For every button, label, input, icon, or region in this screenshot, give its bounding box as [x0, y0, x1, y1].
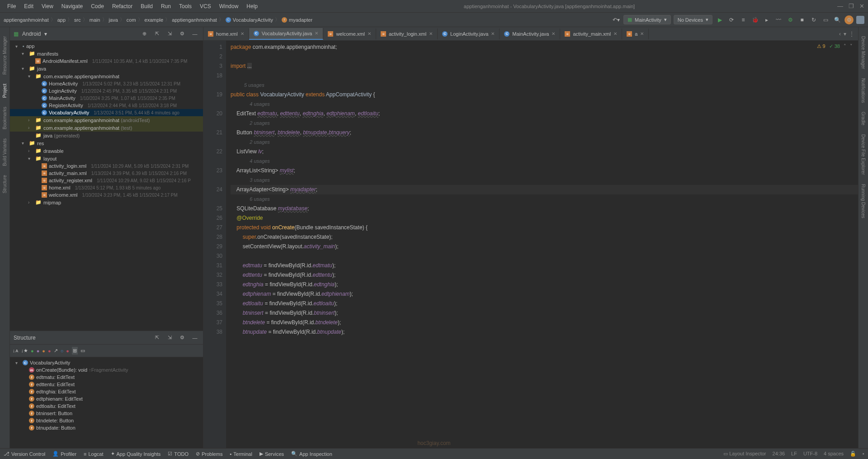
tree-item[interactable]: 📁java (generated) [10, 132, 203, 139]
close-icon[interactable]: ✕ [859, 3, 864, 9]
menu-help[interactable]: Help [243, 1, 261, 11]
sort-visibility-icon[interactable]: ↓★ [21, 348, 28, 354]
collapse-icon[interactable]: ⇲ [165, 333, 174, 342]
rail-project[interactable]: Project [2, 84, 7, 98]
prev-tab-icon[interactable]: ‹ [839, 31, 841, 37]
run-icon[interactable]: ▶ [715, 15, 724, 24]
breadcrumb-item[interactable]: apptienganhmoinhat [4, 17, 49, 23]
breadcrumb-item[interactable]: main [90, 17, 100, 23]
attach-debugger-icon[interactable]: ⚙ [786, 15, 795, 24]
tree-item[interactable]: ▾📁com.example.apptienganhmoinhat [10, 72, 203, 80]
tool-problems[interactable]: ⊘ Problems [196, 451, 222, 457]
breadcrumb-item[interactable]: src [74, 17, 81, 23]
menu-run[interactable]: Run [157, 1, 175, 11]
rail-device-explorer[interactable]: Device File Explorer [861, 134, 866, 175]
rail-gradle[interactable]: Gradle [861, 112, 866, 125]
filter-icon[interactable]: ● [37, 348, 40, 354]
menu-code[interactable]: Code [87, 1, 108, 11]
menu-window[interactable]: Window [216, 1, 242, 11]
breadcrumb-item[interactable]: apptienganhmoinhat [172, 17, 217, 23]
coverage-icon[interactable]: ▸ [762, 15, 771, 24]
rail-bookmarks[interactable]: Bookmarks [2, 107, 7, 129]
tree-item[interactable]: fedtnghia: EditText [10, 388, 203, 395]
tree-item[interactable]: CLoginActivity1/12/2024 2:45 PM, 3.35 kB… [10, 87, 203, 95]
locate-icon[interactable]: ⊕ [140, 29, 149, 38]
tree-item[interactable]: fbtnupdate: Button [10, 424, 203, 431]
tree-item[interactable]: ⧈activity_main.xml1/13/2024 3:39 PM, 6.3… [10, 170, 203, 177]
tool-terminal[interactable]: ▪ Terminal [230, 451, 252, 457]
apply-code-icon[interactable]: ≡ [739, 15, 748, 24]
breadcrumb-item[interactable]: example [145, 17, 164, 23]
tool-todo[interactable]: ☑ TODO [168, 451, 189, 457]
tree-item[interactable]: CVocabularyActivity1/13/2024 3:51 PM, 5.… [10, 109, 203, 116]
expand-icon[interactable]: ⇱ [152, 29, 161, 38]
filter-icon[interactable]: ↗ [54, 348, 58, 354]
device-dropdown[interactable]: No Devices ▾ [674, 15, 712, 24]
sort-alpha-icon[interactable]: ↓ᴀ [13, 348, 19, 354]
tree-item[interactable]: fedtmatu: EditText [10, 374, 203, 381]
rail-structure[interactable]: Structure [2, 175, 7, 194]
tree-item[interactable]: ▾CVocabularyActivity [10, 359, 203, 366]
close-tab-icon[interactable]: ✕ [613, 31, 617, 36]
status-line-sep[interactable]: LF [791, 451, 797, 457]
tool-layout-inspector[interactable]: ▭ Layout Inspector [723, 451, 766, 457]
tree-item[interactable]: fedtphienam: EditText [10, 395, 203, 402]
menu-refactor[interactable]: Refactor [108, 1, 136, 11]
close-tab-icon[interactable]: ✕ [640, 31, 644, 36]
tree-item[interactable]: fedttentu: EditText [10, 381, 203, 388]
tree-item[interactable]: ▾▪app [10, 43, 203, 50]
menu-edit[interactable]: Edit [20, 1, 37, 11]
more-icon[interactable]: ⋮ [849, 31, 854, 37]
rail-device-manager[interactable]: Device Manager [861, 36, 866, 69]
hide-icon[interactable]: — [190, 333, 199, 342]
menu-tools[interactable]: Tools [175, 1, 195, 11]
gear-icon[interactable]: ⚙ [178, 29, 187, 38]
settings-icon[interactable]: ⚙ [844, 15, 854, 24]
tab[interactable]: ⧈activity_login.xml✕ [376, 28, 438, 39]
tab[interactable]: CMainActivity.java✕ [500, 28, 560, 39]
filter-icon[interactable]: ● [31, 348, 34, 354]
tab[interactable]: ⧈welcome.xml✕ [323, 28, 376, 39]
filter-icon[interactable]: ⊞ [72, 347, 78, 355]
tool-services[interactable]: ▶ Services [259, 451, 284, 457]
editor[interactable]: ⚠ 9 ✓ 38 ˄ ˅ 123181920212223242526272829… [203, 41, 858, 448]
collapse-icon[interactable]: ⇲ [165, 29, 174, 38]
tool-quality[interactable]: ✦ App Quality Insights [111, 451, 161, 457]
tab-dropdown-icon[interactable]: ▾ [844, 31, 846, 37]
tab[interactable]: CLoginActivity.java✕ [438, 28, 500, 39]
tree-item[interactable]: ▾📁res [10, 139, 203, 147]
tree-item[interactable]: ›📁drawable [10, 147, 203, 155]
hide-icon[interactable]: — [190, 29, 199, 38]
menu-vcs[interactable]: VCS [196, 1, 215, 11]
tree-item[interactable]: MAndroidManifest.xml1/11/2024 10:35 AM, … [10, 57, 203, 65]
tool-inspection[interactable]: 🔍 App Inspection [291, 451, 332, 457]
tree-item[interactable]: ▾📁java [10, 65, 203, 72]
tab[interactable]: CVocabularyActivity.java✕ [249, 28, 324, 40]
filter-icon[interactable]: ▭ [80, 348, 85, 354]
filter-icon[interactable]: ○ [61, 348, 64, 354]
stop-icon[interactable]: ■ [797, 15, 807, 24]
avatar[interactable] [856, 16, 864, 24]
tool-version-control[interactable]: ⎇ Version Control [4, 451, 45, 457]
status-encoding[interactable]: UTF-8 [803, 451, 817, 457]
breadcrumb-item[interactable]: app [57, 17, 66, 23]
tool-logcat[interactable]: ≡ Logcat [84, 451, 103, 457]
breadcrumb-field[interactable]: myadapter [289, 17, 312, 23]
menu-build[interactable]: Build [137, 1, 156, 11]
breadcrumb-item[interactable]: java [109, 17, 118, 23]
rail-notifications[interactable]: Notifications [861, 78, 866, 103]
close-tab-icon[interactable]: ✕ [552, 31, 555, 36]
tree-item[interactable]: ⧈home.xml1/13/2024 5:12 PM, 1.93 kB 5 mi… [10, 184, 203, 191]
chevron-down-icon[interactable]: ▾ [44, 31, 47, 37]
close-tab-icon[interactable]: ✕ [368, 31, 371, 36]
breadcrumb-class[interactable]: VocabularyActivity [233, 17, 273, 23]
tree-item[interactable]: ›📁com.example.apptienganhmoinhat (androi… [10, 116, 203, 124]
rail-running-devices[interactable]: Running Devices [861, 184, 866, 218]
tree-item[interactable]: fedtloaitu: EditText [10, 402, 203, 410]
tree-item[interactable]: CRegisterActivity1/12/2024 2:44 PM, 4 kB… [10, 102, 203, 109]
search-icon[interactable]: 🔍 [833, 15, 842, 24]
tab[interactable]: ⧈home.xml✕ [203, 28, 249, 39]
tree-item[interactable]: ›📁mipmap [10, 199, 203, 206]
avd-manager-icon[interactable]: ▭ [821, 15, 830, 24]
tree-item[interactable]: ⧈activity_login.xml1/11/2024 10:29 AM, 5… [10, 162, 203, 170]
